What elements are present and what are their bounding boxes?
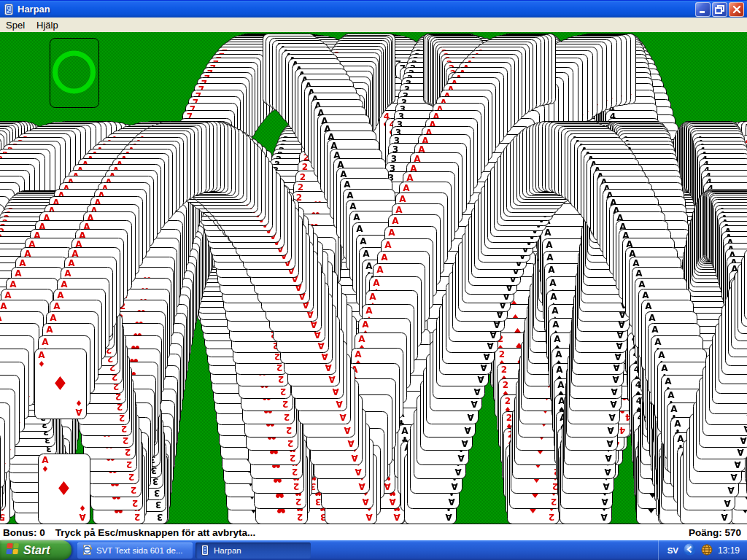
menu-item-spel[interactable]: Spel <box>0 18 31 32</box>
start-button-label: Start <box>23 544 50 557</box>
menu-item-hjalp[interactable]: Hjälp <box>31 18 64 32</box>
solitaire-win-animation-canvas[interactable] <box>0 32 747 524</box>
hide-icons-chevron-icon[interactable] <box>684 543 696 557</box>
taskbar-tasks: SVT Text sida 601 de... Harpan <box>77 542 311 559</box>
close-button[interactable] <box>729 2 744 17</box>
network-globe-icon[interactable] <box>701 544 713 557</box>
playing-card-icon <box>200 545 210 556</box>
taskbar: Start SVT Text sida 601 de... <box>0 540 747 560</box>
window-controls <box>695 2 747 17</box>
internet-explorer-icon <box>82 545 93 556</box>
score-text: Poäng: 570 <box>689 527 744 538</box>
bonus-text: Bonus: 0 <box>3 527 45 538</box>
system-tray: SV 13:19 <box>658 540 747 560</box>
window-title: Harpan <box>18 4 50 15</box>
status-message: Tryck på Esc/musknappen för att avbryta.… <box>55 527 256 538</box>
window-titlebar[interactable]: Harpan <box>0 0 747 18</box>
language-indicator[interactable]: SV <box>667 546 678 555</box>
restore-button[interactable] <box>712 2 727 17</box>
start-button[interactable]: Start <box>0 540 71 560</box>
task-label: Harpan <box>214 546 241 555</box>
taskbar-task-svt-text[interactable]: SVT Text sida 601 de... <box>77 542 193 559</box>
taskbar-clock: 13:19 <box>718 545 740 556</box>
minimize-button[interactable] <box>695 2 711 17</box>
status-bar: Bonus: 0 Tryck på Esc/musknappen för att… <box>0 524 747 540</box>
taskbar-task-harpan[interactable]: Harpan <box>196 542 311 559</box>
menu-bar: Spel Hjälp <box>0 18 747 32</box>
task-label: SVT Text sida 601 de... <box>96 546 182 555</box>
playing-card-icon <box>3 4 15 15</box>
windows-flag-icon <box>5 542 20 558</box>
desktop: Harpan Spel Hjälp Bonus: 0 <box>0 0 747 560</box>
